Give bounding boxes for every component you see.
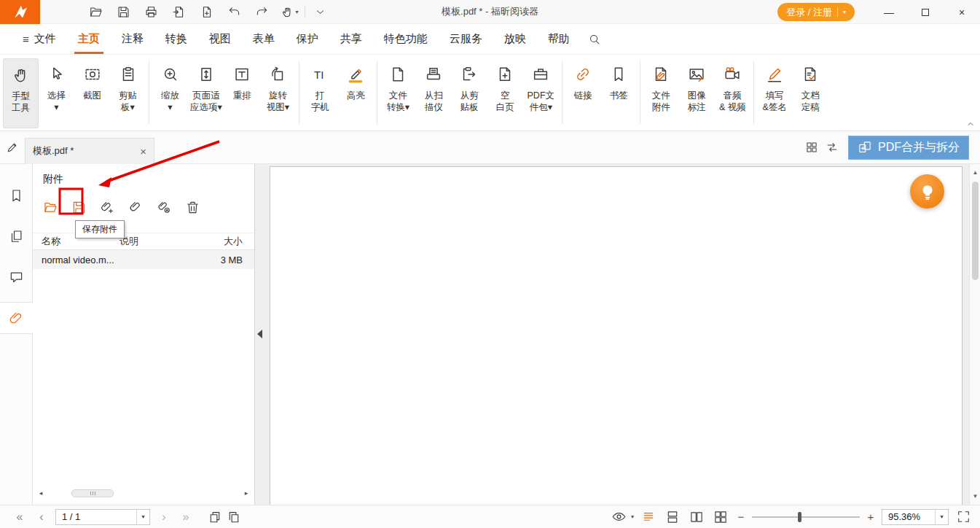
share-hand-button[interactable]	[279, 3, 300, 21]
menu-tab-10[interactable]: 放映	[493, 24, 537, 54]
menu-tab-5[interactable]: 表单	[242, 24, 286, 54]
multi-tab-grid-button[interactable]	[801, 137, 822, 158]
delete-attachment-button[interactable]	[184, 198, 201, 217]
menu-tab-8[interactable]: 特色功能	[373, 24, 439, 54]
sidebar-item-attachments-panel[interactable]	[0, 302, 33, 334]
ribbon-item-scanner[interactable]: 从扫 描仪	[416, 58, 452, 128]
ribbon-item-audio-video[interactable]: 音频 & 视频	[715, 58, 750, 128]
print-button[interactable]	[141, 3, 162, 21]
minimize-button[interactable]: —	[871, 0, 907, 24]
ribbon-item-fill-sign[interactable]: 填写 &签名	[757, 58, 793, 128]
page-number-combo[interactable]: 1 / 1 ▾	[55, 509, 150, 525]
export-page-button[interactable]	[168, 3, 189, 21]
next-page-button[interactable]: ›	[153, 509, 175, 525]
scroll-right-arrow[interactable]: ▸	[242, 489, 251, 497]
ribbon-item-link[interactable]: 链接	[565, 58, 601, 128]
menu-tab-1[interactable]: 主页	[67, 24, 111, 54]
ribbon-item-doc-sign[interactable]: 文档 定稿	[793, 58, 828, 128]
ribbon-item-page-fit[interactable]: 页面适 应选项▾	[188, 58, 224, 128]
menu-tab-9[interactable]: 云服务	[439, 24, 493, 54]
ribbon-item-bookmark[interactable]: 书签	[601, 58, 637, 128]
close-tab-button[interactable]: ×	[140, 146, 146, 157]
ribbon-item-hand-tool[interactable]: 手型 工具	[3, 58, 39, 128]
ribbon-item-typewriter[interactable]: TI打 字机	[302, 58, 338, 128]
tips-lightbulb-button[interactable]	[910, 174, 944, 209]
scroll-down-arrow[interactable]: ▼	[970, 493, 980, 500]
menu-tab-2[interactable]: 注释	[111, 24, 154, 54]
add-attachment-button[interactable]	[98, 198, 116, 217]
scroll-track[interactable]	[45, 489, 242, 497]
sidebar-item-pages-panel[interactable]	[0, 220, 33, 252]
undo-button[interactable]	[224, 3, 245, 21]
column-description[interactable]: 说明	[119, 235, 209, 248]
zoom-slider-thumb[interactable]	[798, 512, 801, 522]
single-page-view-button[interactable]	[639, 508, 658, 526]
save-attachment-button[interactable]	[70, 198, 87, 217]
ribbon-item-image-annot[interactable]: 图像 标注	[679, 58, 715, 128]
vertical-scrollbar[interactable]: ▲ ▼	[969, 164, 980, 505]
menu-tab-11[interactable]: 帮助	[537, 24, 581, 54]
chevron-down-icon[interactable]: ▾	[935, 510, 948, 524]
edit-pencil-icon[interactable]	[0, 141, 25, 154]
collapse-ribbon-button[interactable]	[965, 119, 976, 129]
close-button[interactable]: ×	[944, 0, 980, 24]
last-page-button[interactable]: »	[175, 509, 197, 525]
ribbon-item-snapshot[interactable]: 截图	[74, 58, 110, 128]
sidebar-item-comments-panel[interactable]	[0, 261, 33, 293]
pdf-merge-split-button[interactable]: PDF合并与拆分	[848, 136, 969, 160]
customize-toolbar-button[interactable]	[310, 3, 331, 21]
horizontal-scrollbar[interactable]: ◂ ▸	[36, 488, 251, 498]
facing-view-button[interactable]	[687, 508, 706, 526]
facing-continuous-view-button[interactable]	[711, 508, 730, 526]
ribbon-item-rotate[interactable]: 旋转 视图▾	[260, 58, 296, 128]
maximize-button[interactable]	[907, 0, 944, 24]
search-button[interactable]	[588, 24, 601, 54]
attachment-settings-button[interactable]	[155, 198, 173, 217]
continuous-view-button[interactable]	[663, 508, 682, 526]
pdf-page[interactable]	[270, 166, 963, 505]
zoom-slider[interactable]	[752, 512, 860, 522]
zoom-out-button[interactable]: −	[735, 510, 747, 523]
previous-view-button[interactable]	[205, 508, 224, 526]
ribbon-item-pdf-package[interactable]: PDF文 件包▾	[523, 58, 559, 128]
ribbon-item-file-attach[interactable]: 文件 附件	[643, 58, 679, 128]
ribbon-item-zoom[interactable]: 缩放 ▾	[152, 58, 188, 128]
open-folder-button[interactable]	[85, 3, 106, 21]
ribbon-item-select[interactable]: 选择 ▾	[39, 58, 74, 128]
save-button[interactable]	[113, 3, 134, 21]
zoom-level-combo[interactable]: 95.36% ▾	[882, 509, 949, 525]
attachment-button[interactable]	[127, 198, 144, 217]
fullscreen-button[interactable]	[954, 508, 973, 526]
menu-tab-7[interactable]: 共享	[329, 24, 373, 54]
attachment-row[interactable]: normal video.m... 3 MB	[33, 250, 254, 269]
page-add-button[interactable]	[196, 3, 217, 21]
ribbon-item-highlight[interactable]: 高亮	[338, 58, 374, 128]
chevron-down-icon[interactable]: ▾	[631, 513, 634, 520]
next-view-button[interactable]	[224, 508, 243, 526]
ribbon-item-clipboard[interactable]: 剪贴 板▾	[110, 58, 146, 128]
scroll-thumb[interactable]	[71, 489, 114, 497]
login-register-button[interactable]: 登录 / 注册 ▾	[777, 3, 855, 21]
prev-page-button[interactable]: ‹	[31, 509, 52, 525]
ribbon-item-convert[interactable]: 文件 转换▾	[380, 58, 416, 128]
collapse-panel-handle[interactable]	[257, 330, 262, 338]
menu-tab-6[interactable]: 保护	[286, 24, 329, 54]
open-attachment-button[interactable]	[42, 198, 59, 217]
menu-tab-0[interactable]: ≡文件	[12, 24, 67, 54]
chevron-down-icon[interactable]: ▾	[136, 510, 149, 524]
scroll-up-arrow[interactable]: ▲	[970, 169, 980, 176]
sidebar-item-bookmarks-panel[interactable]	[0, 179, 33, 211]
menu-tab-4[interactable]: 视图	[198, 24, 242, 54]
zoom-in-button[interactable]: +	[865, 510, 877, 523]
redo-button[interactable]	[251, 3, 273, 21]
read-mode-eye-button[interactable]	[610, 508, 629, 526]
foxit-logo[interactable]	[0, 0, 40, 24]
ribbon-item-blank-page[interactable]: 空 白页	[487, 58, 523, 128]
switch-tabs-button[interactable]	[822, 137, 842, 158]
menu-tab-3[interactable]: 转换	[154, 24, 198, 54]
vertical-scroll-thumb[interactable]	[972, 182, 979, 280]
column-size[interactable]: 大小	[209, 235, 254, 248]
ribbon-item-from-clipboard[interactable]: 从剪 贴板	[452, 58, 487, 128]
first-page-button[interactable]: «	[9, 509, 31, 525]
ribbon-item-reflow[interactable]: 重排	[224, 58, 260, 128]
